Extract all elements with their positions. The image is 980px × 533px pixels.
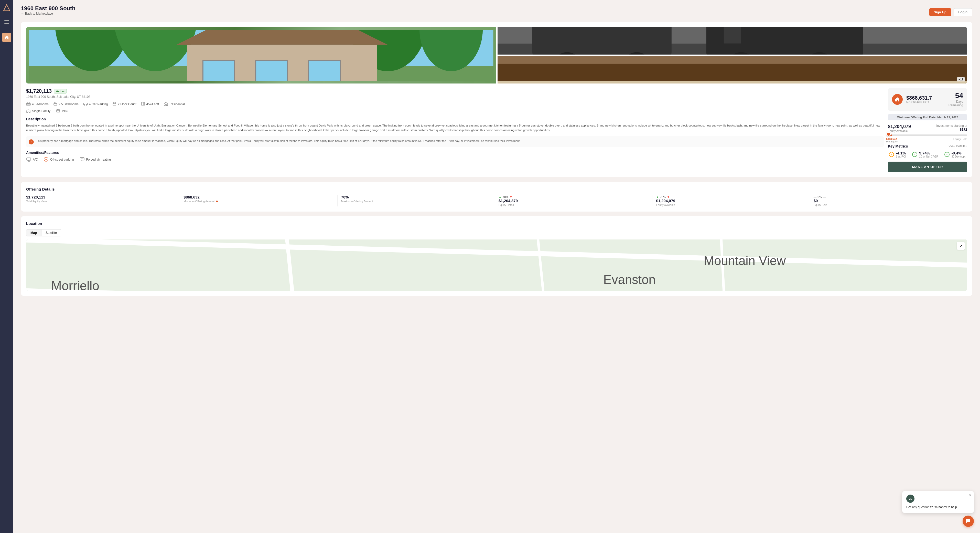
investments-label: Investments starting at	[936, 124, 967, 128]
property-price: $1,720,113	[26, 88, 52, 94]
equity-value: $1,204,079	[888, 124, 911, 129]
mortgage-icon	[892, 94, 903, 105]
metric-roi: ✓ -4.1% 1 yr. ROI	[889, 151, 906, 158]
svg-rect-15	[309, 61, 340, 81]
price-row: $1,720,113 Active	[26, 88, 884, 94]
metric-cagr-value: 9.74%	[919, 151, 938, 155]
equity-sold-row: 0% Equity Sold	[888, 137, 967, 140]
offering-grid: $1,720,113 Total Equity Value $868,632 M…	[26, 195, 967, 206]
progress-bar-bg	[888, 134, 967, 136]
svg-rect-3	[4, 23, 9, 24]
svg-text:Morriello: Morriello	[51, 279, 99, 291]
metrics-grid: ✓ -4.1% 1 yr. ROI ✓ 9.74% 10 yr	[888, 151, 967, 158]
description-text: Beautifully maintained 6 bedroom 2 bathr…	[26, 123, 884, 132]
metric-roi-value: -4.1%	[896, 151, 906, 155]
signup-button[interactable]: Sign Up	[929, 8, 951, 16]
feature-bedrooms: 4 Bedrooms	[26, 102, 49, 107]
feature-year: 1969	[56, 109, 68, 113]
mortgage-amount: $868,631.7	[906, 95, 932, 101]
feature-sqft: 4524 sqft	[141, 102, 159, 107]
parking-icon: P	[43, 157, 49, 163]
min-offering-date: Minimum Offering End Date: March 11, 202…	[888, 114, 967, 120]
metric-appr-icon: ✓	[944, 152, 950, 157]
mortgage-label: MORTGAGE EXIT	[906, 101, 932, 104]
description-title: Description	[26, 117, 884, 121]
feature-type: Residential	[164, 102, 185, 107]
main-content: 1960 East 900 South ← Back to Marketplac…	[13, 0, 980, 533]
svg-marker-12	[177, 30, 388, 45]
investments-value: $172	[936, 128, 967, 131]
photo-main	[26, 27, 496, 83]
progress-marker-dot	[886, 132, 891, 137]
chat-close-button[interactable]: ×	[969, 493, 971, 497]
amenities-title: Amenities/Features	[26, 151, 884, 155]
status-badge: Active	[54, 89, 67, 94]
svg-rect-13	[203, 61, 235, 81]
tab-satellite[interactable]: Satellite	[41, 229, 61, 236]
chat-message: Got any questions? I'm happy to help.	[906, 505, 970, 509]
amenities-section: Amenities/Features A/C P	[26, 151, 884, 163]
top-bar: 1960 East 900 South ← Back to Marketplac…	[21, 5, 972, 19]
map-placeholder: Brigham City Ogden Little America Fort B…	[26, 239, 967, 291]
sidebar-item-home[interactable]	[2, 33, 11, 42]
arrow-up-available: ▲	[656, 195, 659, 198]
arrow-down-listed: ▼	[509, 195, 512, 198]
svg-rect-1	[4, 20, 9, 21]
property-right-panel: $868,631.7 MORTGAGE EXIT 54 Days Remaini…	[888, 88, 967, 172]
metric-roi-label: 1 yr. ROI	[896, 155, 906, 158]
metric-cagr: ✓ 9.74% 10 yr. Net CAGR	[912, 151, 938, 158]
make-offer-button[interactable]: MAKE AN OFFER	[888, 162, 967, 172]
property-left: $1,720,113 Active 1960 East 900 South, S…	[26, 88, 884, 163]
key-metrics-title: Key Metrics	[888, 144, 908, 148]
amenities-list: A/C P Off-street parking	[26, 157, 884, 163]
top-actions: Sign Up Login	[929, 8, 972, 16]
metric-appr: ✓ -0.4% 30 Day Appr.	[944, 151, 966, 158]
property-info: $1,720,113 Active 1960 East 900 South, S…	[26, 88, 967, 172]
feature-floors: 2 Floor Count	[112, 102, 137, 107]
metric-cagr-label: 10 yr. Net CAGR	[919, 155, 938, 158]
svg-text:P: P	[45, 158, 47, 161]
offering-equity-listed: ▲ 70% ▼ $1,204,879 Equity Listed	[495, 195, 652, 206]
tab-map[interactable]: Map	[26, 229, 41, 236]
offering-details-title: Offering Details	[26, 187, 967, 191]
svg-rect-47	[113, 104, 116, 105]
sidebar-logo	[3, 4, 10, 11]
notice-icon: !	[29, 139, 34, 144]
chat-avatar-row: VE	[906, 495, 970, 503]
map-expand-button[interactable]: ⤢	[957, 242, 965, 250]
days-label-days: Days	[948, 100, 963, 104]
min-equity-sub: Min. Equity	[886, 140, 897, 143]
offering-equity-sold: — 0% — $0 Equity Sold	[810, 195, 967, 206]
days-box: 54 Days Remaining	[948, 92, 963, 107]
metric-roi-icon: ✓	[889, 152, 894, 157]
heating-icon	[80, 157, 85, 163]
svg-rect-52	[57, 110, 60, 112]
arrow-up-listed: ▲	[499, 195, 501, 198]
amenity-heating: Forced air heating	[80, 157, 111, 163]
chat-widget: × VE Got any questions? I'm happy to hel…	[902, 491, 974, 527]
page-title: 1960 East 900 South	[21, 5, 75, 12]
key-metrics-section: Key Metrics View Details › ✓ -4.1%	[888, 144, 967, 158]
view-details-link[interactable]: View Details ›	[948, 144, 967, 148]
progress-marker: $868,632 Min. Equity	[886, 132, 897, 143]
map-tabs: Map Satellite	[26, 229, 967, 236]
back-link[interactable]: ← Back to Marketplace	[21, 12, 75, 15]
photo-count-badge[interactable]: +19	[957, 77, 965, 81]
chat-box: × VE Got any questions? I'm happy to hel…	[902, 491, 974, 513]
ac-icon	[26, 157, 31, 163]
svg-rect-31	[498, 56, 967, 64]
property-features: 4 Bedrooms 2.5 Bathrooms 4	[26, 102, 884, 107]
offering-min-amount: $868,632 Minimum Offering Amount	[180, 195, 337, 206]
svg-rect-14	[256, 61, 288, 81]
arrow-down-available: ▼	[667, 195, 670, 198]
feature-single-family: Single Family	[26, 109, 51, 113]
login-button[interactable]: Login	[954, 8, 972, 16]
mortgage-exit-box: $868,631.7 MORTGAGE EXIT 54 Days Remaini…	[888, 88, 967, 111]
mortgage-info: $868,631.7 MORTGAGE EXIT	[906, 95, 932, 104]
sidebar-nav-toggle[interactable]	[2, 18, 11, 27]
chat-open-button[interactable]	[963, 515, 974, 527]
property-card: +19 $1,720,113 Active 1960 East 900 Sout…	[21, 22, 972, 177]
progress-marker-label: $868,632	[886, 137, 897, 140]
svg-marker-0	[3, 5, 10, 11]
offering-total-equity: $1,720,113 Total Equity Value	[26, 195, 180, 206]
